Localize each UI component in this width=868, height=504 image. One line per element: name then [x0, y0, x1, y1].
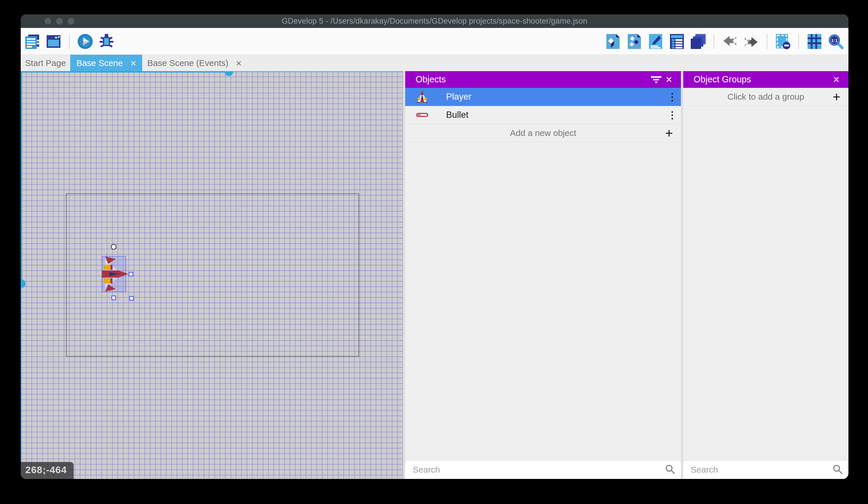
editor-tab-bar: Start Page Base Scene × Base Scene (Even… — [21, 55, 848, 71]
close-window-button[interactable] — [45, 18, 51, 24]
window-mask-icon[interactable] — [775, 33, 791, 50]
project-manager-icon[interactable] — [24, 33, 40, 50]
kebab-menu-icon[interactable]: ⋮ — [664, 91, 681, 102]
resize-handle-corner[interactable] — [129, 296, 134, 301]
window-title: GDevelop 5 - /Users/dkarakay/Documents/G… — [282, 17, 587, 26]
panel-title: Object Groups — [694, 74, 830, 85]
toolbar-divider — [798, 34, 799, 49]
vertical-scroll-slider[interactable] — [21, 71, 22, 479]
add-object-label: Add a new object — [510, 128, 576, 138]
tab-start-page[interactable]: Start Page — [21, 55, 70, 71]
maximize-window-button[interactable] — [68, 18, 74, 24]
toolbar-divider — [767, 34, 767, 49]
search-icon[interactable] — [665, 464, 675, 475]
panel-divider[interactable] — [403, 71, 405, 479]
groups-search-input[interactable] — [683, 465, 848, 475]
vertical-slider-thumb[interactable] — [21, 279, 25, 288]
object-row-bullet[interactable]: Bullet ⋮ — [405, 106, 681, 124]
close-icon[interactable]: × — [131, 58, 136, 68]
search-icon[interactable] — [832, 464, 843, 475]
objects-search-bar — [405, 460, 681, 479]
grid-icon[interactable] — [806, 33, 823, 50]
groups-panel-empty-area — [683, 106, 848, 460]
gdevelop-window: GDevelop 5 - /Users/dkarakay/Documents/G… — [21, 14, 848, 479]
player-instance-sprite[interactable] — [102, 256, 130, 292]
tab-label: Base Scene — [76, 58, 123, 68]
close-icon[interactable]: × — [830, 73, 843, 86]
close-icon[interactable]: × — [662, 73, 675, 86]
groups-search-bar — [683, 460, 848, 479]
object-name: Player — [446, 92, 664, 102]
resize-handle-bottom[interactable] — [111, 295, 116, 300]
undo-icon[interactable] — [722, 33, 738, 50]
scene-editor-canvas[interactable]: 268;-464 — [21, 71, 403, 479]
debug-icon[interactable] — [99, 33, 115, 50]
zoom-one-to-one-icon[interactable]: 1:1 — [828, 33, 844, 50]
add-group-button[interactable]: Click to add a group + — [683, 88, 848, 106]
cursor-coordinates-badge: 268;-464 — [21, 462, 74, 479]
redo-icon[interactable] — [743, 33, 759, 50]
add-new-object-button[interactable]: Add a new object + — [405, 124, 681, 142]
panel-divider[interactable] — [681, 71, 683, 479]
toolbar-divider — [69, 34, 70, 49]
objects-search-input[interactable] — [405, 465, 681, 475]
title-bar: GDevelop 5 - /Users/dkarakay/Documents/G… — [21, 14, 848, 28]
svg-text:1:1: 1:1 — [831, 38, 838, 43]
layers-icon[interactable] — [690, 33, 706, 50]
scene-window-icon[interactable] — [45, 33, 62, 50]
resize-handle-right[interactable] — [128, 272, 133, 276]
rotate-handle[interactable] — [111, 244, 116, 250]
object-name: Bullet — [446, 110, 664, 120]
close-icon[interactable]: × — [236, 58, 241, 68]
objects-panel: Objects × — [405, 71, 681, 479]
horizontal-scroll-slider[interactable] — [21, 71, 403, 73]
bullet-icon — [416, 108, 429, 122]
instances-list-icon[interactable] — [669, 33, 685, 50]
tab-base-scene[interactable]: Base Scene × — [70, 55, 142, 71]
tab-base-scene-events[interactable]: Base Scene (Events) × — [142, 55, 247, 71]
play-icon[interactable] — [77, 33, 93, 50]
toolbar-divider — [714, 34, 714, 49]
objects-panel-empty-area — [405, 142, 681, 460]
player-ship-icon — [416, 90, 429, 104]
object-groups-panel: Object Groups × Click to add a group + — [683, 71, 848, 479]
traffic-lights — [45, 18, 74, 24]
main-toolbar: 1:1 — [21, 28, 848, 55]
minimize-window-button[interactable] — [56, 18, 63, 24]
horizontal-slider-thumb[interactable] — [225, 71, 233, 76]
object-row-player[interactable]: Player ⋮ — [405, 88, 681, 106]
objects-panel-header: Objects × — [405, 71, 681, 88]
tab-label: Base Scene (Events) — [147, 58, 228, 68]
plus-icon[interactable]: + — [833, 90, 840, 103]
plus-icon[interactable]: + — [665, 127, 673, 140]
kebab-menu-icon[interactable]: ⋮ — [664, 109, 681, 121]
panel-title: Objects — [416, 74, 650, 85]
objects-panel-icon[interactable] — [605, 33, 621, 50]
filter-icon[interactable] — [650, 73, 662, 86]
object-groups-panel-icon[interactable] — [626, 33, 642, 50]
desktop-background: GDevelop 5 - /Users/dkarakay/Documents/G… — [0, 0, 868, 504]
add-group-label: Click to add a group — [727, 92, 804, 102]
object-groups-panel-header: Object Groups × — [683, 71, 848, 88]
tab-label: Start Page — [25, 58, 66, 68]
properties-icon[interactable] — [648, 33, 664, 50]
